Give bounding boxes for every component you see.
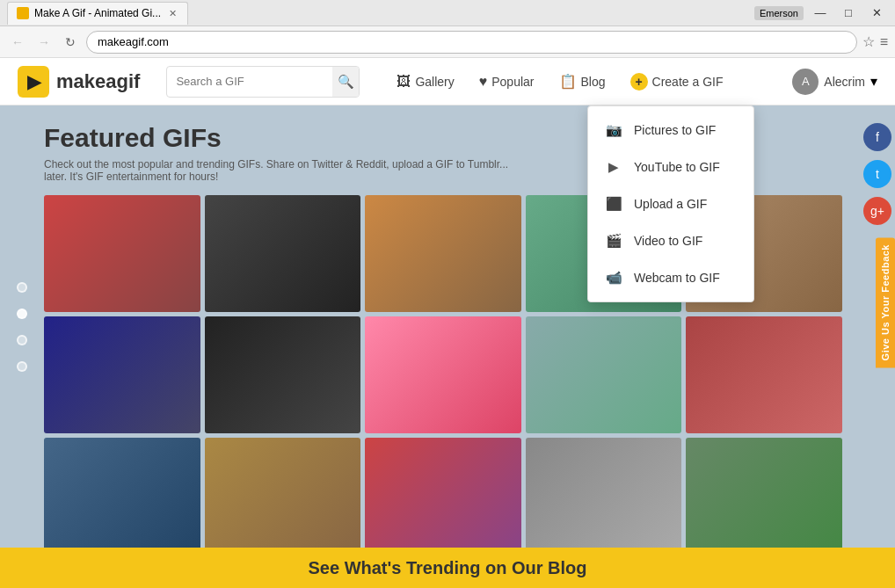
gif-item[interactable]: [205, 438, 361, 548]
logo-text: makeagif: [56, 70, 140, 93]
carousel-dots: [0, 105, 44, 548]
minimize-button[interactable]: —: [809, 4, 832, 22]
popular-nav-item[interactable]: ♥ Popular: [469, 69, 545, 95]
twitter-button[interactable]: t: [863, 160, 891, 188]
camera-icon: 📷: [604, 120, 623, 140]
avatar: A: [792, 69, 819, 95]
bookmark-icon[interactable]: ☆: [862, 33, 875, 50]
video-to-gif-label: Video to GIF: [634, 234, 702, 248]
app-header: ▶ makeagif 🔍 🖼 Gallery ♥ Popular 📋 Blog …: [0, 58, 895, 105]
search-input[interactable]: [167, 75, 332, 88]
upload-gif-item[interactable]: ⬛ Upload a GIF: [588, 185, 753, 222]
gif-item[interactable]: [205, 316, 361, 433]
trending-label: See What's Trending on Our Blog: [309, 558, 587, 578]
browser-tab[interactable]: Make A Gif - Animated Gi... ✕: [7, 2, 188, 25]
header-nav: 🖼 Gallery ♥ Popular 📋 Blog + Create a GI…: [386, 68, 733, 96]
feedback-sidebar[interactable]: Give Us Your Feedback: [876, 237, 895, 367]
create-dropdown-menu: 📷 Pictures to GIF ▶ YouTube to GIF ⬛ Upl…: [587, 105, 754, 302]
video-to-gif-item[interactable]: 🎬 Video to GIF: [588, 222, 753, 259]
pictures-to-gif-item[interactable]: 📷 Pictures to GIF: [588, 112, 753, 149]
youtube-icon: ▶: [604, 157, 623, 177]
title-bar-controls: Emerson — □ ✕: [754, 4, 888, 22]
googleplus-button[interactable]: g+: [863, 197, 891, 225]
create-gif-button[interactable]: + Create a GIF: [620, 68, 734, 96]
address-bar: ← → ↻ ☆ ≡: [0, 26, 895, 58]
webcam-icon: 📹: [604, 268, 623, 287]
gallery-nav-item[interactable]: 🖼 Gallery: [386, 69, 464, 95]
user-tag: Emerson: [754, 6, 804, 20]
webcam-to-gif-label: Webcam to GIF: [634, 271, 720, 285]
search-bar: 🔍: [166, 66, 360, 98]
chevron-down-icon: ▾: [870, 73, 877, 90]
dot-2[interactable]: [17, 309, 27, 319]
gif-item[interactable]: [44, 316, 200, 433]
gif-item[interactable]: [365, 195, 521, 312]
gif-item[interactable]: [526, 316, 682, 433]
dot-1[interactable]: [17, 282, 27, 293]
upload-gif-label: Upload a GIF: [634, 197, 707, 211]
blog-label: Blog: [581, 75, 606, 89]
gif-item[interactable]: [44, 438, 200, 548]
close-button[interactable]: ✕: [865, 4, 888, 22]
gif-item[interactable]: [44, 195, 200, 312]
menu-icon[interactable]: ≡: [880, 34, 888, 50]
youtube-to-gif-item[interactable]: ▶ YouTube to GIF: [588, 149, 753, 185]
webcam-to-gif-item[interactable]: 📹 Webcam to GIF: [588, 259, 753, 296]
feedback-label[interactable]: Give Us Your Feedback: [876, 237, 895, 367]
gif-item[interactable]: [365, 316, 521, 433]
main-content: Featured GIFs Check out the most popular…: [0, 105, 895, 548]
back-button[interactable]: ←: [7, 32, 28, 53]
logo[interactable]: ▶ makeagif: [18, 66, 140, 98]
tab-close-button[interactable]: ✕: [166, 7, 178, 19]
dot-4[interactable]: [17, 361, 27, 372]
heart-icon: ♥: [479, 74, 488, 90]
gif-item[interactable]: [205, 195, 361, 312]
create-gif-label: Create a GIF: [652, 75, 724, 89]
search-button[interactable]: 🔍: [332, 66, 359, 98]
page-subtitle: Check out the most popular and trending …: [44, 158, 519, 183]
blog-icon: 📋: [559, 73, 577, 90]
maximize-button[interactable]: □: [837, 4, 860, 22]
upload-icon: ⬛: [604, 194, 623, 214]
gallery-label: Gallery: [415, 75, 454, 89]
gif-item[interactable]: [686, 438, 842, 548]
gif-item[interactable]: [365, 438, 521, 548]
user-section[interactable]: A Alecrim ▾: [792, 69, 877, 95]
dot-3[interactable]: [17, 335, 27, 345]
url-input[interactable]: [86, 31, 857, 54]
plus-circle-icon: +: [630, 73, 648, 91]
facebook-button[interactable]: f: [863, 123, 891, 151]
tab-label: Make A Gif - Animated Gi...: [34, 7, 161, 19]
tab-favicon: [17, 7, 29, 19]
video-icon: 🎬: [604, 231, 623, 250]
gallery-icon: 🖼: [397, 74, 411, 90]
user-name: Alecrim: [824, 75, 865, 89]
trending-bar[interactable]: See What's Trending on Our Blog: [0, 548, 895, 588]
blog-nav-item[interactable]: 📋 Blog: [549, 68, 616, 95]
gif-item[interactable]: [686, 316, 842, 433]
pictures-to-gif-label: Pictures to GIF: [634, 123, 716, 137]
gif-item[interactable]: [526, 438, 682, 548]
popular-label: Popular: [491, 75, 534, 89]
youtube-to-gif-label: YouTube to GIF: [634, 160, 720, 174]
title-bar: Make A Gif - Animated Gi... ✕ Emerson — …: [0, 0, 895, 26]
refresh-button[interactable]: ↻: [60, 32, 81, 53]
forward-button[interactable]: →: [33, 32, 55, 53]
logo-icon: ▶: [18, 66, 49, 98]
